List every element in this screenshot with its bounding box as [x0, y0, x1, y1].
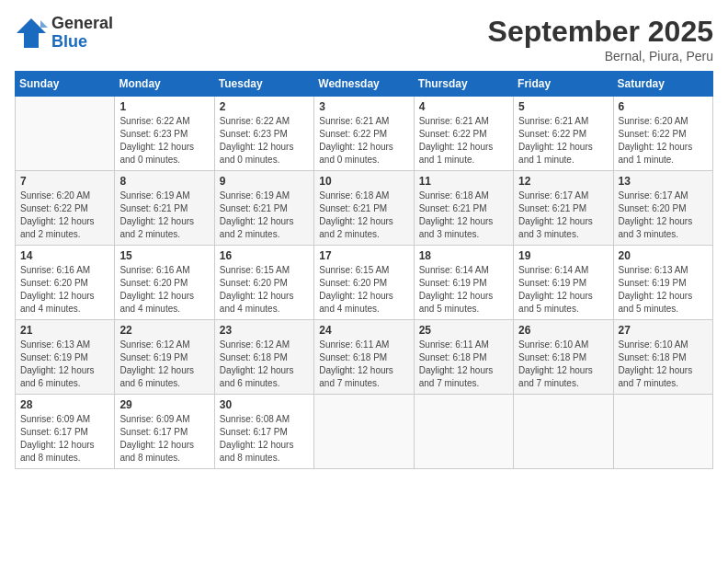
- logo: General Blue: [15, 15, 113, 52]
- calendar-cell: 21Sunrise: 6:13 AMSunset: 6:19 PMDayligh…: [16, 320, 115, 395]
- day-number: 20: [619, 249, 708, 262]
- calendar-cell: 11Sunrise: 6:18 AMSunset: 6:21 PMDayligh…: [414, 171, 513, 246]
- header-monday: Monday: [115, 72, 214, 97]
- day-number: 7: [20, 175, 109, 188]
- calendar-cell: 16Sunrise: 6:15 AMSunset: 6:20 PMDayligh…: [214, 246, 313, 320]
- day-info: Sunrise: 6:10 AMSunset: 6:18 PMDaylight:…: [619, 339, 708, 390]
- day-info: Sunrise: 6:16 AMSunset: 6:20 PMDaylight:…: [119, 264, 209, 316]
- day-info: Sunrise: 6:11 AMSunset: 6:18 PMDaylight:…: [319, 339, 408, 390]
- calendar-cell: 19Sunrise: 6:14 AMSunset: 6:19 PMDayligh…: [514, 246, 613, 320]
- day-info: Sunrise: 6:16 AMSunset: 6:20 PMDaylight:…: [20, 264, 109, 316]
- header-tuesday: Tuesday: [214, 72, 313, 97]
- day-info: Sunrise: 6:12 AMSunset: 6:18 PMDaylight:…: [220, 339, 309, 390]
- day-info: Sunrise: 6:09 AMSunset: 6:17 PMDaylight:…: [119, 413, 209, 465]
- calendar-cell: 18Sunrise: 6:14 AMSunset: 6:19 PMDayligh…: [414, 246, 513, 320]
- title-block: September 2025 Bernal, Piura, Peru: [488, 15, 713, 63]
- logo-text-blue: Blue: [51, 33, 113, 52]
- day-info: Sunrise: 6:19 AMSunset: 6:21 PMDaylight:…: [220, 190, 309, 241]
- calendar-cell: 24Sunrise: 6:11 AMSunset: 6:18 PMDayligh…: [314, 320, 414, 395]
- day-number: 29: [119, 398, 209, 411]
- page-header: General Blue September 2025 Bernal, Piur…: [15, 15, 713, 63]
- calendar-week-row: 1Sunrise: 6:22 AMSunset: 6:23 PMDaylight…: [16, 97, 713, 171]
- calendar-cell: 3Sunrise: 6:21 AMSunset: 6:22 PMDaylight…: [314, 97, 414, 171]
- day-info: Sunrise: 6:18 AMSunset: 6:21 PMDaylight:…: [319, 190, 408, 241]
- calendar-cell: 5Sunrise: 6:21 AMSunset: 6:22 PMDaylight…: [514, 97, 613, 171]
- day-number: 9: [220, 175, 309, 188]
- day-number: 17: [319, 249, 408, 262]
- day-info: Sunrise: 6:12 AMSunset: 6:19 PMDaylight:…: [119, 339, 209, 390]
- day-number: 8: [119, 175, 209, 188]
- day-number: 11: [419, 175, 508, 188]
- header-thursday: Thursday: [414, 72, 513, 97]
- calendar-cell: 30Sunrise: 6:08 AMSunset: 6:17 PMDayligh…: [214, 395, 313, 469]
- day-number: 24: [319, 324, 408, 337]
- day-number: 25: [419, 324, 508, 337]
- day-number: 5: [518, 100, 608, 113]
- day-info: Sunrise: 6:21 AMSunset: 6:22 PMDaylight:…: [419, 115, 508, 167]
- day-number: 19: [518, 249, 608, 262]
- calendar-week-row: 21Sunrise: 6:13 AMSunset: 6:19 PMDayligh…: [16, 320, 713, 395]
- day-number: 2: [220, 100, 309, 113]
- calendar-cell: 10Sunrise: 6:18 AMSunset: 6:21 PMDayligh…: [314, 171, 414, 246]
- calendar-cell: [414, 395, 513, 469]
- day-info: Sunrise: 6:13 AMSunset: 6:19 PMDaylight:…: [20, 339, 109, 390]
- header-friday: Friday: [514, 72, 613, 97]
- day-info: Sunrise: 6:22 AMSunset: 6:23 PMDaylight:…: [220, 115, 309, 167]
- day-number: 13: [619, 175, 708, 188]
- calendar-cell: 13Sunrise: 6:17 AMSunset: 6:20 PMDayligh…: [613, 171, 712, 246]
- day-info: Sunrise: 6:18 AMSunset: 6:21 PMDaylight:…: [419, 190, 508, 241]
- day-info: Sunrise: 6:20 AMSunset: 6:22 PMDaylight:…: [619, 115, 708, 167]
- calendar-week-row: 7Sunrise: 6:20 AMSunset: 6:22 PMDaylight…: [16, 171, 713, 246]
- calendar-cell: 17Sunrise: 6:15 AMSunset: 6:20 PMDayligh…: [314, 246, 414, 320]
- logo-text-general: General: [51, 15, 113, 33]
- day-number: 3: [319, 100, 408, 113]
- day-info: Sunrise: 6:09 AMSunset: 6:17 PMDaylight:…: [20, 413, 109, 465]
- calendar-cell: 6Sunrise: 6:20 AMSunset: 6:22 PMDaylight…: [613, 97, 712, 171]
- day-info: Sunrise: 6:11 AMSunset: 6:18 PMDaylight:…: [419, 339, 508, 390]
- calendar-cell: [16, 97, 115, 171]
- calendar-cell: 25Sunrise: 6:11 AMSunset: 6:18 PMDayligh…: [414, 320, 513, 395]
- day-info: Sunrise: 6:17 AMSunset: 6:21 PMDaylight:…: [518, 190, 608, 241]
- day-number: 14: [20, 249, 109, 262]
- calendar-cell: 2Sunrise: 6:22 AMSunset: 6:23 PMDaylight…: [214, 97, 313, 171]
- day-info: Sunrise: 6:17 AMSunset: 6:20 PMDaylight:…: [619, 190, 708, 241]
- day-info: Sunrise: 6:08 AMSunset: 6:17 PMDaylight:…: [220, 413, 309, 465]
- calendar-cell: 22Sunrise: 6:12 AMSunset: 6:19 PMDayligh…: [115, 320, 214, 395]
- calendar-cell: [314, 395, 414, 469]
- calendar-cell: 8Sunrise: 6:19 AMSunset: 6:21 PMDaylight…: [115, 171, 214, 246]
- calendar-cell: 20Sunrise: 6:13 AMSunset: 6:19 PMDayligh…: [613, 246, 712, 320]
- calendar-cell: [514, 395, 613, 469]
- day-number: 15: [119, 249, 209, 262]
- day-number: 23: [220, 324, 309, 337]
- day-info: Sunrise: 6:19 AMSunset: 6:21 PMDaylight:…: [119, 190, 209, 241]
- day-number: 28: [20, 398, 109, 411]
- day-number: 26: [518, 324, 608, 337]
- day-number: 1: [119, 100, 209, 113]
- calendar-cell: 23Sunrise: 6:12 AMSunset: 6:18 PMDayligh…: [214, 320, 313, 395]
- month-title: September 2025: [488, 15, 713, 49]
- header-sunday: Sunday: [16, 72, 115, 97]
- calendar-week-row: 28Sunrise: 6:09 AMSunset: 6:17 PMDayligh…: [16, 395, 713, 469]
- day-number: 10: [319, 175, 408, 188]
- calendar-cell: 4Sunrise: 6:21 AMSunset: 6:22 PMDaylight…: [414, 97, 513, 171]
- day-info: Sunrise: 6:10 AMSunset: 6:18 PMDaylight:…: [518, 339, 608, 390]
- day-number: 30: [220, 398, 309, 411]
- day-info: Sunrise: 6:21 AMSunset: 6:22 PMDaylight:…: [518, 115, 608, 167]
- day-info: Sunrise: 6:14 AMSunset: 6:19 PMDaylight:…: [419, 264, 508, 316]
- day-number: 12: [518, 175, 608, 188]
- calendar-header-row: SundayMondayTuesdayWednesdayThursdayFrid…: [16, 72, 713, 97]
- day-info: Sunrise: 6:15 AMSunset: 6:20 PMDaylight:…: [220, 264, 309, 316]
- calendar-cell: 28Sunrise: 6:09 AMSunset: 6:17 PMDayligh…: [16, 395, 115, 469]
- day-info: Sunrise: 6:22 AMSunset: 6:23 PMDaylight:…: [119, 115, 209, 167]
- header-saturday: Saturday: [613, 72, 712, 97]
- day-number: 22: [119, 324, 209, 337]
- calendar-week-row: 14Sunrise: 6:16 AMSunset: 6:20 PMDayligh…: [16, 246, 713, 320]
- day-number: 4: [419, 100, 508, 113]
- calendar-cell: 29Sunrise: 6:09 AMSunset: 6:17 PMDayligh…: [115, 395, 214, 469]
- calendar-table: SundayMondayTuesdayWednesdayThursdayFrid…: [15, 71, 713, 469]
- day-number: 21: [20, 324, 109, 337]
- calendar-cell: 7Sunrise: 6:20 AMSunset: 6:22 PMDaylight…: [16, 171, 115, 246]
- calendar-cell: 9Sunrise: 6:19 AMSunset: 6:21 PMDaylight…: [214, 171, 313, 246]
- calendar-cell: 26Sunrise: 6:10 AMSunset: 6:18 PMDayligh…: [514, 320, 613, 395]
- logo-icon: [15, 17, 48, 50]
